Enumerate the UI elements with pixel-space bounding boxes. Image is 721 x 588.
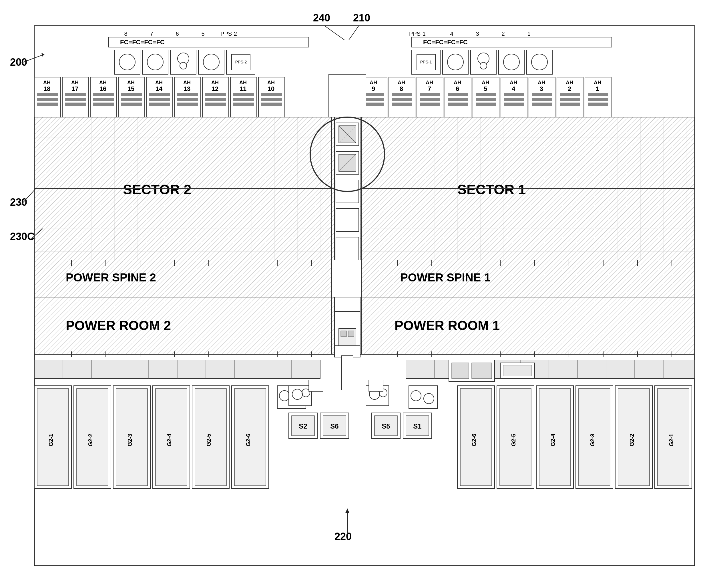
svg-text:AH: AH <box>127 80 135 85</box>
switchgear-s1-label: S1 <box>413 422 421 430</box>
svg-text:8: 8 <box>124 30 127 37</box>
svg-rect-64 <box>121 103 142 106</box>
svg-text:PPS-2: PPS-2 <box>235 60 247 64</box>
svg-rect-110 <box>420 93 440 96</box>
svg-rect-258 <box>369 380 383 392</box>
svg-text:G2-5: G2-5 <box>206 434 212 446</box>
svg-point-20 <box>147 54 163 70</box>
svg-text:11: 11 <box>240 85 246 92</box>
svg-text:AH: AH <box>99 80 107 85</box>
svg-rect-74 <box>177 93 198 96</box>
svg-rect-242 <box>409 386 437 408</box>
svg-text:17: 17 <box>71 85 78 92</box>
svg-text:6: 6 <box>456 85 459 92</box>
svg-rect-142 <box>560 103 580 106</box>
svg-rect-106 <box>392 103 412 106</box>
svg-point-23 <box>180 62 187 69</box>
svg-rect-310 <box>348 331 354 337</box>
svg-text:7: 7 <box>428 85 431 92</box>
svg-rect-250 <box>342 356 353 390</box>
svg-text:1: 1 <box>527 30 530 37</box>
power-spine-1-label: POWER SPINE 1 <box>400 271 491 284</box>
svg-rect-92 <box>261 93 282 96</box>
svg-rect-124 <box>476 103 496 106</box>
sector-1-label: SECTOR 1 <box>457 182 526 197</box>
ref-220-label: 220 <box>334 530 352 542</box>
svg-text:4: 4 <box>450 30 453 37</box>
svg-text:AH: AH <box>43 80 50 85</box>
svg-text:AH: AH <box>426 80 433 85</box>
svg-text:AH: AH <box>566 80 573 85</box>
ref-240-label: 240 <box>313 12 330 24</box>
svg-text:4: 4 <box>512 85 515 92</box>
svg-text:AH: AH <box>267 80 275 85</box>
svg-text:AH: AH <box>211 80 219 85</box>
sector-2-label: SECTOR 2 <box>123 182 191 197</box>
svg-point-36 <box>480 62 487 69</box>
svg-rect-111 <box>420 98 440 101</box>
svg-text:FC=FC=FC=FC: FC=FC=FC=FC <box>423 39 468 46</box>
svg-rect-307 <box>332 260 362 297</box>
svg-rect-57 <box>93 98 114 101</box>
svg-rect-116 <box>448 93 468 96</box>
svg-text:G2-1: G2-1 <box>668 434 674 446</box>
svg-rect-130 <box>504 103 524 106</box>
svg-text:G2-6: G2-6 <box>471 434 477 446</box>
switchgear-s6-label: S6 <box>330 422 338 430</box>
svg-rect-58 <box>93 103 114 106</box>
svg-text:6: 6 <box>176 30 179 37</box>
svg-rect-88 <box>233 103 254 106</box>
svg-text:G2-1: G2-1 <box>48 434 54 446</box>
svg-rect-135 <box>532 98 552 101</box>
svg-rect-309 <box>341 331 347 337</box>
svg-rect-140 <box>560 93 580 96</box>
svg-text:8: 8 <box>400 85 403 92</box>
svg-text:7: 7 <box>150 30 153 37</box>
svg-text:AH: AH <box>155 80 163 85</box>
svg-text:G2-6: G2-6 <box>245 434 251 446</box>
svg-rect-56 <box>93 93 114 96</box>
svg-rect-44 <box>37 93 58 96</box>
ref-230-label: 230 <box>10 196 27 208</box>
svg-text:G2-2: G2-2 <box>87 434 94 446</box>
svg-text:AH: AH <box>370 80 377 85</box>
svg-text:12: 12 <box>211 85 219 92</box>
svg-rect-94 <box>261 103 282 106</box>
svg-text:2: 2 <box>568 85 571 92</box>
svg-text:PPS-1: PPS-1 <box>420 60 432 64</box>
svg-rect-247 <box>472 363 492 379</box>
svg-rect-161 <box>329 74 366 117</box>
svg-rect-136 <box>532 103 552 106</box>
svg-rect-171 <box>336 209 359 231</box>
svg-text:AH: AH <box>454 80 461 85</box>
svg-point-40 <box>532 54 548 70</box>
svg-text:AH: AH <box>239 80 247 85</box>
power-spine-2-label: POWER SPINE 2 <box>66 271 156 284</box>
svg-rect-147 <box>588 98 609 101</box>
svg-text:9: 9 <box>372 85 375 92</box>
svg-text:10: 10 <box>268 85 274 92</box>
svg-point-38 <box>503 54 519 70</box>
svg-rect-123 <box>476 98 496 101</box>
svg-text:G2-4: G2-4 <box>550 434 556 446</box>
svg-text:PPS-2: PPS-2 <box>221 30 237 37</box>
svg-rect-93 <box>261 98 282 101</box>
diagram-svg: FC=FC=FC=FC 8 7 6 5 PPS-2 FC=FC=FC=FC PP… <box>0 0 721 588</box>
svg-text:AH: AH <box>71 80 79 85</box>
ref-200-label: 200 <box>10 56 27 68</box>
ref-230c-label: 230C <box>10 231 35 242</box>
svg-rect-134 <box>532 93 552 96</box>
svg-rect-80 <box>205 93 226 96</box>
switchgear-s2-label: S2 <box>299 422 307 430</box>
svg-text:AH: AH <box>183 80 191 85</box>
svg-rect-62 <box>121 93 142 96</box>
svg-rect-70 <box>149 103 170 106</box>
svg-text:15: 15 <box>127 85 135 92</box>
svg-text:PPS-1: PPS-1 <box>409 30 426 37</box>
svg-rect-128 <box>504 93 524 96</box>
svg-rect-99 <box>364 98 384 101</box>
svg-text:AH: AH <box>398 80 405 85</box>
svg-rect-52 <box>65 103 86 106</box>
svg-rect-68 <box>149 93 170 96</box>
svg-rect-246 <box>452 363 469 379</box>
